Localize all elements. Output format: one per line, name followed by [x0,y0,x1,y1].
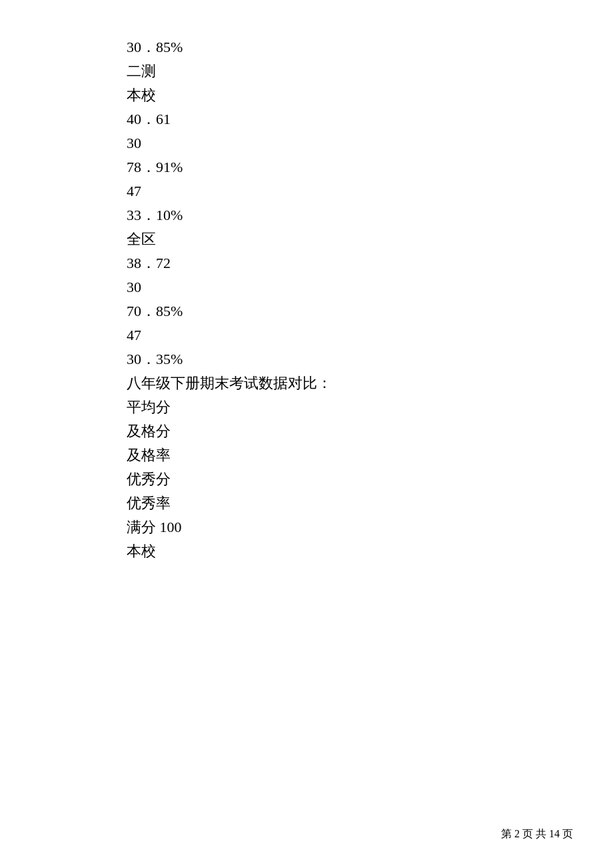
line-ji-ge-fen: 及格分 [127,424,613,439]
line-33-10: 33．10% [127,208,613,223]
line-you-xiu-lv: 优秀率 [127,496,613,511]
page-content: 30．85% 二测 本校 40．61 30 78．91% 47 33．10% 全… [0,0,613,621]
line-30-35: 30．35% [127,352,613,367]
line-ben-xiao-2: 本校 [127,544,613,559]
line-ji-ge-lv: 及格率 [127,448,613,463]
line-30-2: 30 [127,280,613,295]
line-ping-jun-fen: 平均分 [127,400,613,415]
line-78-91: 78．91% [127,160,613,175]
line-30-85: 30．85% [127,40,613,55]
line-section-title: 八年级下册期末考试数据对比： [127,376,613,391]
line-man-fen: 满分 100 [127,520,613,535]
line-30-1: 30 [127,136,613,151]
line-70-85: 70．85% [127,304,613,319]
line-you-xiu-fen: 优秀分 [127,472,613,487]
page-footer: 第 2 页 共 14 页 [501,827,573,841]
line-47-2: 47 [127,328,613,343]
line-38-72: 38．72 [127,256,613,271]
line-47-1: 47 [127,184,613,199]
line-ben-xiao-1: 本校 [127,88,613,103]
line-quan-qu: 全区 [127,232,613,247]
line-er-ce: 二测 [127,64,613,79]
line-40-61: 40．61 [127,112,613,127]
